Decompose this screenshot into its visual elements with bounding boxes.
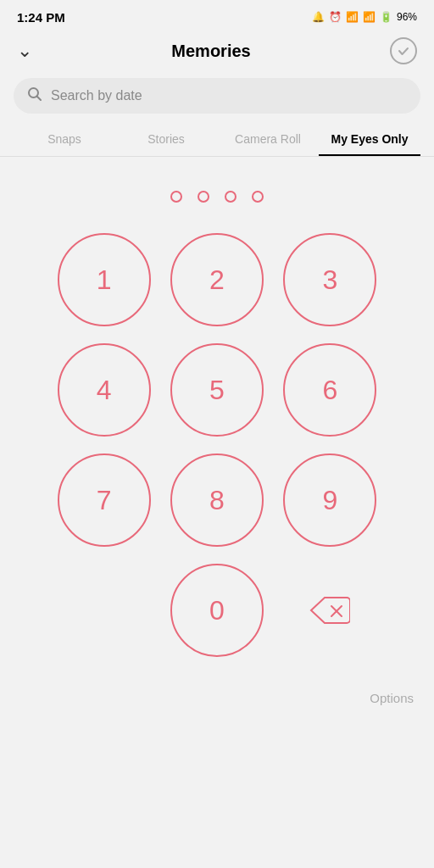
key-8[interactable]: 8	[170, 453, 264, 547]
pin-dot-4	[252, 191, 264, 203]
key-2[interactable]: 2	[170, 233, 264, 326]
tab-my-eyes-only[interactable]: My Eyes Only	[319, 124, 420, 156]
key-5[interactable]: 5	[170, 343, 264, 437]
key-9[interactable]: 9	[283, 453, 376, 547]
status-icons: 🔔 ⏰ 📶 📶 🔋 96%	[312, 11, 417, 23]
tab-camera-roll[interactable]: Camera Roll	[217, 124, 319, 156]
pin-dot-1	[170, 191, 182, 203]
search-container: Search by date	[0, 71, 434, 124]
battery-percent: 96%	[397, 11, 417, 23]
key-4[interactable]: 4	[58, 343, 151, 437]
key-0[interactable]: 0	[170, 564, 264, 657]
status-time: 1:24 PM	[17, 10, 65, 25]
keypad: 1 2 3 4 5 6 7 8 9 0	[39, 233, 395, 657]
pin-dots	[170, 191, 264, 203]
tab-stories[interactable]: Stories	[115, 124, 217, 156]
svg-line-1	[37, 97, 42, 101]
alarm-icon: ⏰	[329, 11, 342, 23]
status-bar: 1:24 PM 🔔 ⏰ 📶 📶 🔋 96%	[0, 0, 434, 31]
signal-icon: 📶	[346, 11, 359, 23]
key-7[interactable]: 7	[58, 453, 151, 547]
pin-area: 1 2 3 4 5 6 7 8 9 0	[0, 157, 434, 674]
page-title: Memories	[32, 42, 390, 61]
key-1[interactable]: 1	[58, 233, 151, 326]
tab-bar: Snaps Stories Camera Roll My Eyes Only	[0, 124, 434, 157]
key-empty	[58, 564, 151, 657]
search-icon	[27, 86, 42, 105]
check-circle-icon[interactable]	[390, 37, 417, 64]
battery-icon: 🔋	[380, 11, 392, 23]
search-placeholder: Search by date	[51, 88, 142, 103]
key-6[interactable]: 6	[283, 343, 376, 437]
chevron-down-icon[interactable]: ⌄	[17, 40, 32, 62]
search-bar[interactable]: Search by date	[14, 78, 420, 114]
header: ⌄ Memories	[0, 31, 434, 71]
wifi-icon: 📶	[363, 11, 376, 23]
bell-icon: 🔔	[312, 11, 325, 23]
pin-dot-2	[198, 191, 209, 203]
key-3[interactable]: 3	[283, 233, 376, 326]
options-bar: Options	[0, 674, 434, 722]
pin-dot-3	[225, 191, 236, 203]
options-button[interactable]: Options	[370, 691, 414, 705]
tab-snaps[interactable]: Snaps	[14, 124, 115, 156]
delete-button[interactable]	[283, 564, 376, 657]
